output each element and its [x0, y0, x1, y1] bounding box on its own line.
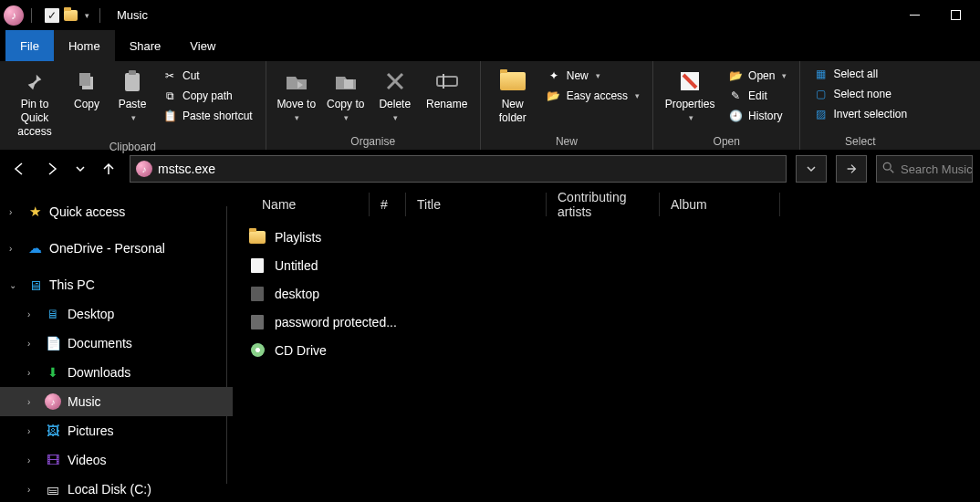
address-input[interactable]: [158, 162, 780, 176]
column-header-number[interactable]: #: [370, 193, 406, 216]
group-label-organise: Organise: [276, 133, 471, 148]
column-header-artists[interactable]: Contributing artists: [547, 193, 660, 216]
chevron-down-icon[interactable]: ▾: [81, 7, 92, 24]
sidebar-item-music[interactable]: › ♪ Music: [0, 387, 233, 416]
up-button[interactable]: [97, 157, 120, 181]
address-bar[interactable]: ♪: [130, 155, 787, 183]
sidebar-item-onedrive[interactable]: › ☁ OneDrive - Personal: [0, 234, 233, 263]
locked-file-icon: [249, 314, 266, 330]
back-button[interactable]: [7, 157, 31, 181]
forward-button[interactable]: [40, 157, 64, 181]
rename-button[interactable]: Rename: [423, 65, 471, 111]
address-history-button[interactable]: [796, 155, 827, 183]
move-to-label: Move to: [276, 98, 316, 111]
chevron-right-icon: ›: [27, 309, 38, 319]
column-headers: Name # Title Contributing artists Album: [233, 188, 980, 221]
search-box[interactable]: Search Music: [876, 155, 973, 183]
easy-access-button[interactable]: 📂Easy access▾: [543, 87, 643, 105]
file-row-cd-drive[interactable]: CD Drive: [233, 336, 980, 364]
sidebar-item-quick-access[interactable]: › ★ Quick access: [0, 197, 233, 226]
invert-selection-button[interactable]: ▨Invert selection: [809, 105, 911, 123]
sidebar-item-desktop[interactable]: › 🖥 Desktop: [0, 299, 233, 329]
tab-file[interactable]: File: [5, 30, 54, 61]
history-button[interactable]: 🕘History: [725, 107, 790, 125]
paste-shortcut-icon: 📋: [162, 109, 177, 123]
group-label-open: Open: [662, 133, 790, 148]
group-label-new: New: [490, 133, 643, 148]
navigation-bar: ♪ Search Music: [0, 150, 980, 188]
ribbon-group-clipboard: Pin to Quick access Copy Paste ▾ ✂Cut ⧉C…: [0, 61, 266, 150]
tab-home[interactable]: Home: [54, 30, 115, 61]
pin-to-quick-access-button[interactable]: Pin to Quick access: [9, 65, 60, 139]
videos-icon: 🎞: [44, 451, 62, 469]
qat-properties-icon[interactable]: ✓: [45, 8, 59, 23]
properties-button[interactable]: Properties▾: [662, 65, 717, 125]
select-none-icon: ▢: [813, 87, 828, 101]
file-row-desktop-ini[interactable]: desktop: [233, 279, 980, 308]
column-header-title[interactable]: Title: [406, 193, 547, 216]
file-row-untitled[interactable]: Untitled: [233, 251, 980, 279]
copy-to-icon: [334, 65, 358, 98]
tab-view[interactable]: View: [175, 30, 230, 61]
chevron-right-icon: ›: [27, 455, 38, 465]
star-icon: ★: [26, 203, 44, 221]
sidebar-item-videos[interactable]: › 🎞 Videos: [0, 445, 233, 475]
sidebar-item-documents[interactable]: › 📄 Documents: [0, 329, 233, 358]
history-icon: 🕘: [728, 109, 743, 123]
downloads-icon: ⬇: [44, 363, 62, 382]
paste-button[interactable]: Paste ▾: [113, 65, 151, 125]
select-all-button[interactable]: ▦Select all: [809, 65, 911, 83]
chevron-right-icon: ›: [9, 207, 20, 217]
search-placeholder: Search Music: [901, 162, 973, 176]
svg-line-13: [891, 169, 894, 173]
file-row-password-protected[interactable]: password protected...: [233, 308, 980, 336]
app-music-icon: ♪: [4, 5, 24, 26]
delete-button[interactable]: Delete▾: [374, 65, 416, 125]
ribbon-group-new: New folder ✦New▾ 📂Easy access▾ New: [481, 61, 653, 150]
ribbon-group-select: ▦Select all ▢Select none ▨Invert selecti…: [800, 61, 920, 150]
rename-label: Rename: [426, 98, 467, 111]
sidebar-item-pictures[interactable]: › 🖼 Pictures: [0, 416, 233, 445]
ribbon: Pin to Quick access Copy Paste ▾ ✂Cut ⧉C…: [0, 61, 980, 150]
maximize-button[interactable]: [935, 2, 976, 29]
copy-icon: [77, 65, 97, 98]
sidebar-item-local-disk-c[interactable]: › 🖴 Local Disk (C:): [0, 475, 233, 502]
column-header-album[interactable]: Album: [660, 193, 780, 216]
move-to-button[interactable]: Move to▾: [276, 65, 318, 125]
file-row-playlists[interactable]: Playlists: [233, 223, 980, 251]
svg-point-12: [883, 162, 891, 170]
file-list-pane: Name # Title Contributing artists Album …: [233, 188, 980, 502]
open-menu-button[interactable]: 📂Open▾: [725, 67, 790, 85]
qat-folder-icon[interactable]: [62, 7, 78, 24]
edit-button[interactable]: ✎Edit: [725, 87, 790, 105]
cloud-icon: ☁: [26, 239, 44, 257]
column-header-name[interactable]: Name: [251, 193, 370, 216]
recent-locations-button[interactable]: [73, 157, 88, 181]
copy-to-button[interactable]: Copy to▾: [325, 65, 367, 125]
sidebar-label: Downloads: [68, 365, 130, 380]
new-item-icon: ✦: [547, 68, 561, 83]
sidebar-label: Music: [68, 394, 101, 409]
cut-button[interactable]: ✂Cut: [159, 67, 256, 85]
tab-share[interactable]: Share: [115, 30, 176, 61]
sidebar-label: Local Disk (C:): [68, 482, 151, 497]
copy-path-button[interactable]: ⧉Copy path: [159, 87, 256, 105]
new-folder-icon: [500, 65, 526, 98]
sidebar-item-this-pc[interactable]: ⌄ 🖥 This PC: [0, 270, 233, 299]
file-name: Untitled: [275, 258, 318, 273]
paste-shortcut-button[interactable]: 📋Paste shortcut: [159, 107, 256, 125]
chevron-right-icon: ›: [27, 368, 38, 378]
edit-icon: ✎: [728, 89, 743, 103]
new-folder-button[interactable]: New folder: [490, 65, 536, 125]
svg-rect-1: [952, 11, 961, 20]
file-name: Playlists: [275, 230, 321, 245]
pin-icon: [25, 65, 45, 98]
paste-label: Paste: [119, 98, 147, 111]
ribbon-group-open: Properties▾ 📂Open▾ ✎Edit 🕘History Open: [653, 61, 800, 150]
new-item-button[interactable]: ✦New▾: [543, 67, 643, 85]
sidebar-item-downloads[interactable]: › ⬇ Downloads: [0, 358, 233, 387]
minimize-button[interactable]: [894, 2, 935, 29]
go-button[interactable]: [836, 155, 867, 183]
copy-button[interactable]: Copy: [68, 65, 106, 111]
select-none-button[interactable]: ▢Select none: [809, 85, 911, 103]
